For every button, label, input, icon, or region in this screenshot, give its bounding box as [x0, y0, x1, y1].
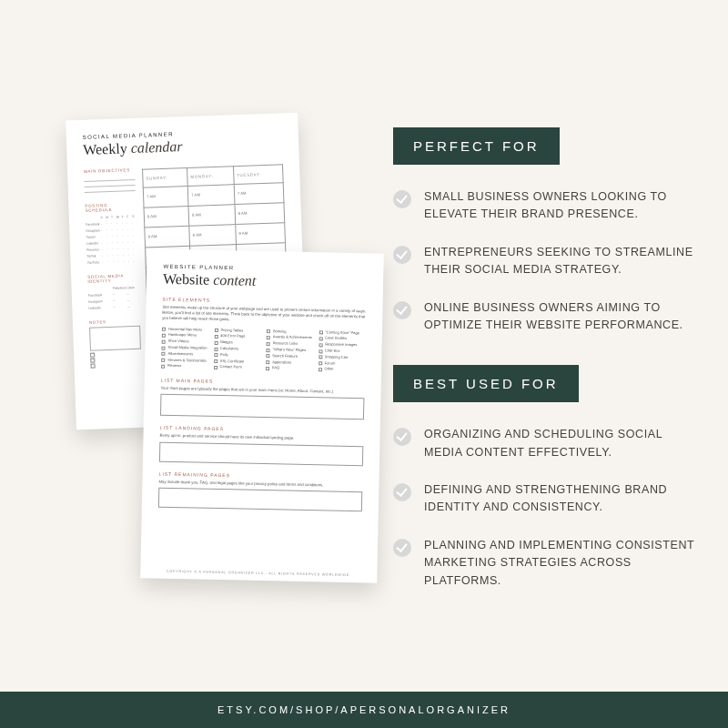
check-icon [393, 301, 411, 319]
best-used-for-list: ORGANIZING AND SCHEDULING SOCIAL MEDIA C… [393, 426, 699, 590]
perfect-for-list: SMALL BUSINESS OWNERS LOOKING TO ELEVATE… [393, 188, 699, 334]
check-icon [393, 483, 411, 501]
list-item: DEFINING AND STRENGTHENING BRAND IDENTIT… [393, 481, 699, 517]
site-elements-list: Horizontal Nav Menu Pricing Tables Booki… [161, 327, 366, 372]
list-item: SMALL BUSINESS OWNERS LOOKING TO ELEVATE… [393, 188, 699, 224]
input-box [159, 441, 363, 466]
copyright: COPYRIGHT © A PERSONAL ORGANIZER LLC., A… [140, 569, 377, 577]
check-icon [393, 190, 411, 208]
badge-best-used-for: BEST USED FOR [393, 365, 579, 402]
footer-text: ETSY.COM/SHOP/APERSONALORGANIZER [217, 704, 511, 715]
sidebar: MAIN OBJECTIVES POSTING SCHEDULE SMTWTFS… [84, 162, 142, 369]
posting-grid: SMTWTFS Facebook······· Instagram·······… [86, 214, 138, 266]
badge-perfect-for: PERFECT FOR [393, 127, 560, 165]
list-item: ONLINE BUSINESS OWNERS AIMING TO OPTIMIZ… [393, 299, 699, 335]
check-icon [393, 428, 411, 446]
footer-bar: ETSY.COM/SHOP/APERSONALORGANIZER [0, 692, 728, 728]
input-box [160, 394, 364, 420]
info-column: PERFECT FOR SMALL BUSINESS OWNERS LOOKIN… [393, 127, 699, 621]
check-icon [393, 539, 411, 557]
input-box [158, 488, 362, 512]
list-item: ENTREPRENEURS SEEKING TO STREAMLINE THEI… [393, 244, 699, 279]
page-title: Website content [163, 271, 367, 292]
check-icon [393, 246, 411, 264]
list-item: ORGANIZING AND SCHEDULING SOCIAL MEDIA C… [393, 426, 699, 461]
mockup-page-website-content: WEBSITE PLANNER Website content SITE ELE… [140, 248, 384, 582]
list-item: PLANNING AND IMPLEMENTING CONSISTENT MAR… [393, 537, 699, 590]
